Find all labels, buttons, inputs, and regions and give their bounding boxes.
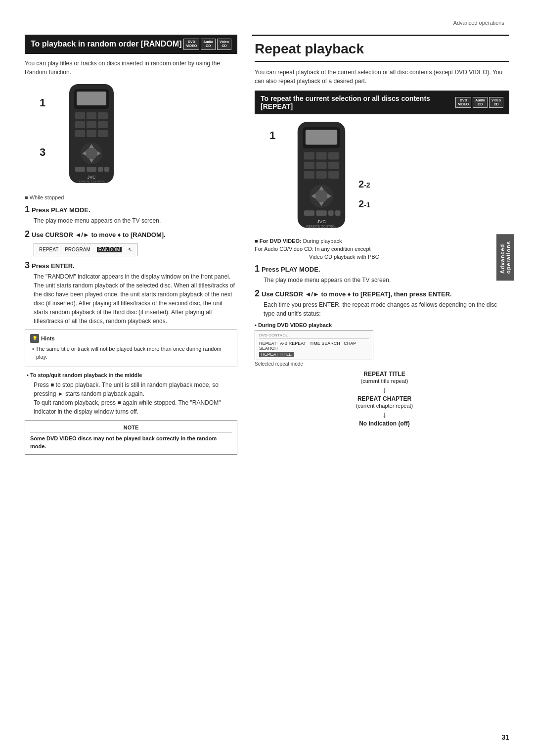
- step-3-num: 3: [25, 260, 30, 271]
- hints-box: 💡 Hints The same title or track will not…: [25, 330, 237, 367]
- step-1-num: 1: [25, 204, 30, 215]
- step-3: 3 Press ENTER. The "RANDOM" indicator ap…: [25, 260, 237, 326]
- screen-cursor: ↖: [128, 247, 132, 252]
- step-3-title: Press ENTER.: [32, 262, 75, 270]
- remote-svg-left: JVC REMOTE CONTROL: [59, 82, 124, 186]
- page-number: 31: [501, 733, 509, 741]
- step-2: 2 Use CURSOR ◄/► to move ♦ to [RANDOM]. …: [25, 229, 237, 256]
- breadcrumb: Advanced operations: [25, 20, 509, 26]
- svg-text:JVC: JVC: [317, 219, 326, 224]
- hints-icon: 💡: [30, 334, 39, 343]
- svg-rect-35: [328, 171, 339, 179]
- selected-repeat-mode-label: Selected repeat mode: [255, 361, 509, 367]
- right-step-label-1: 1: [269, 129, 275, 142]
- remote-svg-right: JVC REMOTE CONTROL: [287, 119, 356, 231]
- svg-rect-19: [87, 167, 96, 172]
- while-stopped-label: While stopped: [25, 194, 237, 200]
- screen-random: RANDOM: [97, 247, 122, 252]
- svg-rect-32: [328, 162, 339, 169]
- svg-rect-2: [77, 92, 106, 105]
- during-dvd-label: During DVD VIDEO playback: [255, 322, 509, 328]
- note-title: NOTE: [30, 425, 232, 432]
- svg-rect-5: [98, 112, 108, 119]
- svg-rect-29: [328, 152, 339, 159]
- right-step-2: 2 Use CURSOR ◄/► to move ♦ to [REPEAT], …: [255, 288, 509, 318]
- svg-rect-45: [335, 210, 341, 216]
- right-badge-group: DVD VIDEO Audio CD Video CD: [455, 97, 503, 108]
- right-step-1: 1 Press PLAY MODE. The play mode menu ap…: [255, 264, 509, 284]
- step-2-num: 2: [25, 229, 30, 239]
- step-2-title: Use CURSOR ◄/► to move ♦ to [RANDOM].: [32, 231, 166, 238]
- right-step-2-title: Use CURSOR ◄/► to move ♦ to [REPEAT], th…: [262, 290, 452, 298]
- step-1-title: Press PLAY MODE.: [32, 206, 90, 214]
- svg-rect-3: [75, 112, 85, 119]
- video-badge: Video CD: [217, 39, 231, 50]
- svg-rect-9: [75, 130, 85, 137]
- step-1: 1 Press PLAY MODE. The play mode menu ap…: [25, 204, 237, 225]
- right-dvd-badge: DVD VIDEO: [455, 97, 471, 108]
- repeat-off-item: No indication (off): [260, 420, 509, 427]
- svg-rect-27: [304, 152, 314, 159]
- badge-group: DVD VIDEO Audio CD Video CD: [183, 39, 231, 50]
- step-label-1: 1: [40, 96, 45, 109]
- repeat-arrow-1: ↓: [260, 385, 509, 394]
- svg-rect-31: [316, 162, 326, 169]
- left-column: To playback in random order [RANDOM] DVD…: [25, 35, 237, 459]
- repeat-subsection-header: To repeat the current selection or all d…: [255, 91, 509, 114]
- right-intro-text: You can repeat playback of the current s…: [255, 68, 509, 86]
- svg-point-13: [86, 147, 97, 159]
- dvd-screen-mockup: DVD CONTROL REPEAT A-B REPEAT TIME SEARC…: [255, 330, 373, 360]
- right-step-2-body: Each time you press ENTER, the repeat mo…: [264, 300, 509, 318]
- right-step-1-title: Press PLAY MODE.: [262, 266, 320, 273]
- svg-rect-8: [98, 121, 108, 128]
- svg-rect-44: [328, 210, 334, 216]
- repeat-subsection-title: To repeat the current selection or all d…: [261, 94, 455, 110]
- right-step-1-num: 1: [255, 264, 260, 274]
- step-1-body: The play mode menu appears on the TV scr…: [34, 216, 237, 225]
- step-3-body: The "RANDOM" indicator appears in the di…: [34, 272, 237, 326]
- side-tab-line1: Advanced: [499, 244, 505, 274]
- svg-rect-18: [75, 167, 85, 172]
- for-audio-label2: Video CD playback with PBC: [309, 254, 509, 260]
- svg-rect-10: [87, 130, 96, 137]
- screen-program: PROGRAM: [65, 247, 90, 252]
- svg-rect-33: [304, 171, 314, 179]
- page-title: Repeat playback: [255, 36, 509, 62]
- right-video-badge: Video CD: [489, 97, 503, 108]
- svg-rect-7: [87, 121, 96, 128]
- svg-rect-26: [306, 130, 337, 144]
- for-dvd-label: ■ For DVD VIDEO: During playback: [255, 238, 509, 244]
- svg-rect-4: [87, 112, 96, 119]
- repeat-title-item: REPEAT TITLE (current title repeat): [260, 371, 509, 384]
- random-intro-text: You can play titles or tracks on discs i…: [25, 59, 237, 77]
- right-step-1-body: The play mode menu appears on the TV scr…: [264, 276, 509, 284]
- hint-item-1: The same title or track will not be play…: [30, 345, 232, 361]
- svg-rect-21: [104, 167, 109, 172]
- svg-rect-11: [98, 130, 108, 137]
- screen-repeat: REPEAT: [39, 247, 58, 252]
- screen-mockup-left: REPEAT PROGRAM RANDOM ↖: [34, 243, 137, 256]
- note-text: Some DVD VIDEO discs may not be played b…: [30, 435, 232, 450]
- svg-text:JVC: JVC: [87, 175, 96, 180]
- remote-illustration-left: 1 3 2: [25, 82, 237, 190]
- svg-rect-43: [316, 210, 326, 216]
- stop-quit-title: To stop/quit random playback in the midd…: [25, 371, 237, 379]
- right-column: Repeat playback You can repeat playback …: [252, 35, 509, 431]
- svg-rect-6: [75, 121, 85, 128]
- note-box: NOTE Some DVD VIDEO discs may not be pla…: [25, 420, 237, 455]
- svg-rect-34: [316, 171, 326, 179]
- dvd-badge: DVD VIDEO: [183, 39, 199, 50]
- svg-text:REMOTE CONTROL: REMOTE CONTROL: [307, 225, 337, 228]
- side-tab-line2: operations: [505, 241, 511, 274]
- svg-text:REMOTE CONTROL: REMOTE CONTROL: [78, 180, 106, 183]
- svg-point-37: [315, 190, 328, 203]
- svg-rect-30: [304, 162, 314, 169]
- right-step-label-22: 2-2: [358, 179, 370, 190]
- side-tab: Advanced operations: [496, 234, 514, 281]
- dvd-screen-row2: REPEAT TITLE: [259, 351, 369, 357]
- repeat-chapter-item: REPEAT CHAPTER (current chapter repeat): [260, 395, 509, 409]
- right-step-label-21: 2-1: [358, 198, 370, 210]
- svg-rect-20: [98, 167, 103, 172]
- random-section-header: To playback in random order [RANDOM] DVD…: [25, 35, 237, 54]
- svg-rect-28: [316, 152, 326, 159]
